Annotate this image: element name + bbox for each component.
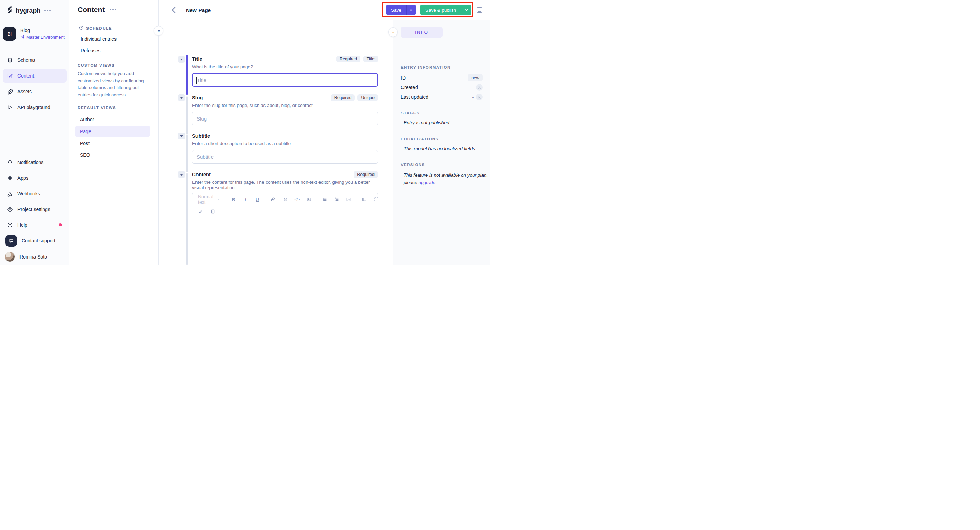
field-label: Slug bbox=[192, 95, 203, 100]
bulleted-list-icon[interactable] bbox=[320, 195, 329, 204]
field-bar bbox=[186, 173, 188, 265]
link-icon[interactable] bbox=[269, 195, 277, 204]
collapse-field-subtitle-button[interactable] bbox=[178, 132, 185, 139]
pen-icon[interactable] bbox=[196, 207, 205, 216]
table-icon[interactable] bbox=[360, 195, 369, 204]
localizations-text: This model has no localized fields bbox=[404, 146, 475, 151]
default-view-post[interactable]: Post bbox=[80, 141, 89, 146]
versions-header: VERSIONS bbox=[401, 163, 425, 167]
user-name: Romina Soto bbox=[19, 254, 47, 260]
sidebar-item-api-playground[interactable]: API playground bbox=[3, 100, 67, 114]
brand-logo[interactable]: hygraph bbox=[6, 6, 51, 15]
collapse-field-content-button[interactable] bbox=[178, 171, 185, 178]
info-row-id: ID new bbox=[401, 74, 483, 81]
italic-icon[interactable]: I bbox=[241, 195, 250, 204]
sidebar-item-content[interactable]: Content bbox=[3, 69, 67, 83]
paragraph-style-dropdown[interactable]: Normal text bbox=[192, 194, 226, 205]
project-switcher[interactable]: BI Blog Master Environment bbox=[3, 27, 65, 41]
save-button[interactable]: Save bbox=[386, 5, 416, 15]
clock-icon bbox=[79, 25, 84, 32]
panel-title: Content bbox=[78, 5, 105, 14]
user-avatar bbox=[5, 252, 15, 262]
subtitle-input-wrap bbox=[192, 150, 378, 163]
bold-icon[interactable]: B bbox=[229, 195, 238, 204]
sidebar-item-label: Apps bbox=[18, 175, 29, 181]
save-dropdown-chevron-icon[interactable] bbox=[406, 5, 416, 15]
collapse-field-title-button[interactable] bbox=[178, 56, 185, 63]
field-subtitle: Subtitle Enter a short description to be… bbox=[192, 132, 378, 163]
schedule-item-individual-entries[interactable]: Individual entries bbox=[81, 36, 116, 42]
sidebar-item-apps[interactable]: Apps bbox=[3, 171, 67, 185]
table-grid-icon[interactable] bbox=[208, 207, 217, 216]
page-title: New Page bbox=[186, 7, 211, 13]
underline-icon[interactable]: U bbox=[253, 195, 262, 204]
webhooks-icon bbox=[7, 190, 13, 197]
info-row-last-updated: Last updated - bbox=[401, 94, 483, 100]
upgrade-link[interactable]: upgrade bbox=[418, 180, 436, 185]
grid-icon bbox=[7, 175, 13, 181]
sidebar-item-notifications[interactable]: Notifications bbox=[3, 156, 67, 169]
sidebar-item-label: API playground bbox=[18, 105, 50, 110]
slug-input[interactable] bbox=[192, 112, 377, 125]
field-label: Subtitle bbox=[192, 133, 210, 139]
blockquote-icon[interactable] bbox=[280, 195, 290, 204]
sidebar-item-help[interactable]: Help bbox=[3, 218, 67, 232]
person-icon bbox=[476, 94, 483, 100]
sidebar-item-label: Content bbox=[18, 73, 34, 79]
gear-icon bbox=[7, 206, 13, 213]
sidebar-item-project-settings[interactable]: Project settings bbox=[3, 203, 67, 216]
id-value-badge: new bbox=[468, 74, 483, 81]
save-publish-button[interactable]: Save & publish bbox=[420, 5, 471, 15]
code-block-icon[interactable] bbox=[344, 195, 353, 204]
editor-content-area[interactable] bbox=[192, 217, 377, 265]
back-button[interactable] bbox=[171, 6, 177, 15]
collapse-panel-button[interactable]: « bbox=[154, 26, 163, 35]
numbered-list-icon[interactable] bbox=[332, 195, 341, 204]
user-menu[interactable]: Romina Soto bbox=[3, 250, 67, 263]
default-view-page-selected[interactable]: Page bbox=[75, 126, 150, 137]
dock-panel-icon[interactable] bbox=[477, 7, 482, 13]
text-caret bbox=[196, 77, 197, 84]
entry-form: Title Required Title What is the title o… bbox=[159, 21, 393, 265]
field-label: Title bbox=[192, 56, 202, 62]
schedule-item-releases[interactable]: Releases bbox=[81, 48, 100, 53]
edit-square-icon bbox=[7, 73, 13, 79]
subtitle-input[interactable] bbox=[192, 150, 377, 163]
sidebar-item-assets[interactable]: Assets bbox=[3, 85, 67, 98]
paperclip-icon bbox=[7, 89, 13, 95]
brand-more-icon[interactable] bbox=[45, 10, 51, 11]
panel-more-icon[interactable] bbox=[110, 9, 116, 10]
layers-icon bbox=[7, 57, 13, 63]
expand-info-panel-button[interactable]: » bbox=[388, 27, 398, 37]
stages-header: STAGES bbox=[401, 111, 420, 115]
title-input[interactable] bbox=[193, 74, 377, 86]
publish-dropdown-chevron-icon[interactable] bbox=[461, 5, 471, 15]
inline-code-icon[interactable]: </> bbox=[293, 195, 301, 204]
image-icon[interactable] bbox=[304, 195, 313, 204]
project-initials-badge: BI bbox=[3, 27, 16, 41]
hygraph-app: hygraph BI Blog Master Environment Schem… bbox=[0, 0, 490, 265]
badge-title: Title bbox=[363, 56, 378, 62]
field-bar bbox=[186, 96, 188, 135]
sidebar-item-label: Notifications bbox=[18, 159, 43, 165]
field-content: Content Required Enter the content for t… bbox=[192, 171, 378, 190]
localizations-header: LOCALIZATIONS bbox=[401, 137, 439, 141]
badge-required: Required bbox=[331, 94, 355, 101]
project-name: Blog bbox=[20, 28, 65, 33]
fullscreen-icon[interactable] bbox=[372, 195, 381, 204]
tab-info[interactable]: INFO bbox=[401, 27, 442, 38]
sidebar-item-label: Project settings bbox=[18, 206, 50, 212]
default-view-seo[interactable]: SEO bbox=[80, 152, 90, 158]
sidebar-item-contact-support[interactable]: Contact support bbox=[3, 233, 67, 248]
hygraph-logo-icon bbox=[6, 6, 13, 15]
environment-selector[interactable]: Master Environment bbox=[20, 35, 65, 40]
field-focus-bar bbox=[186, 55, 188, 95]
sidebar-item-schema[interactable]: Schema bbox=[3, 53, 67, 67]
default-view-author[interactable]: Author bbox=[80, 117, 94, 122]
collapse-field-slug-button[interactable] bbox=[178, 94, 185, 101]
field-label: Content bbox=[192, 172, 211, 177]
sidebar-item-label: Contact support bbox=[22, 238, 56, 243]
sidebar-item-label: Help bbox=[18, 222, 27, 228]
field-bar bbox=[186, 135, 188, 173]
sidebar-item-webhooks[interactable]: Webhooks bbox=[3, 187, 67, 200]
